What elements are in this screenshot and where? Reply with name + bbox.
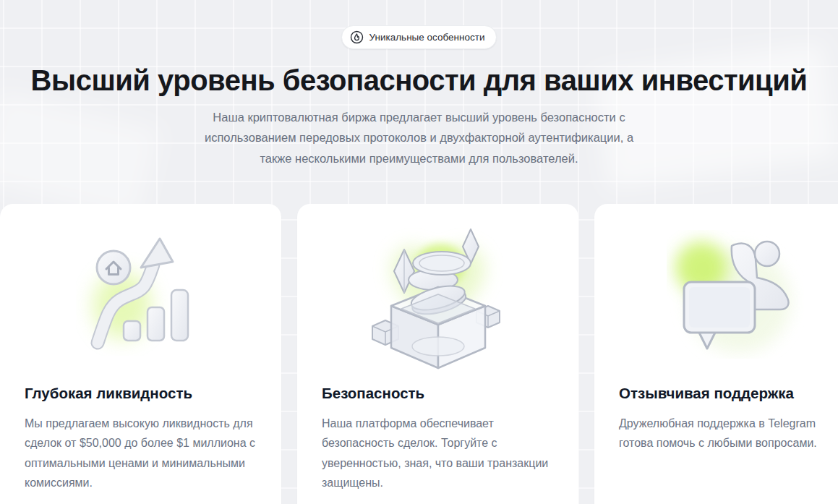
section-badge: Уникальные особенности [341, 25, 497, 49]
flame-drop-icon [350, 30, 364, 44]
section-title: Высший уровень безопасности для ваших ин… [0, 64, 838, 96]
card-title: Безопасность [322, 385, 554, 403]
card-text: Наша платформа обеспечивает безопасность… [322, 414, 554, 493]
feature-cards: Глубокая ликвидность Мы предлагаем высок… [0, 204, 838, 504]
section-subtitle: Наша криптовалютная биржа предлагает выс… [193, 107, 645, 168]
background-highlight [0, 90, 161, 221]
card-text: Дружелюбная поддержка в Telegram готова … [619, 414, 838, 453]
card-liquidity: Глубокая ликвидность Мы предлагаем высок… [0, 204, 281, 504]
support-chat-person-icon [619, 204, 838, 385]
badge-label: Уникальные особенности [369, 32, 485, 43]
card-support: Отзывчивая поддержка Дружелюбная поддерж… [594, 204, 838, 504]
security-vault-coins-icon [322, 204, 554, 385]
liquidity-growth-chart-icon [25, 204, 257, 385]
card-title: Глубокая ликвидность [25, 385, 257, 403]
card-text: Мы предлагаем высокую ликвидность для сд… [25, 414, 257, 493]
card-security: Безопасность Наша платформа обеспечивает… [297, 204, 578, 504]
card-title: Отзывчивая поддержка [619, 385, 838, 403]
